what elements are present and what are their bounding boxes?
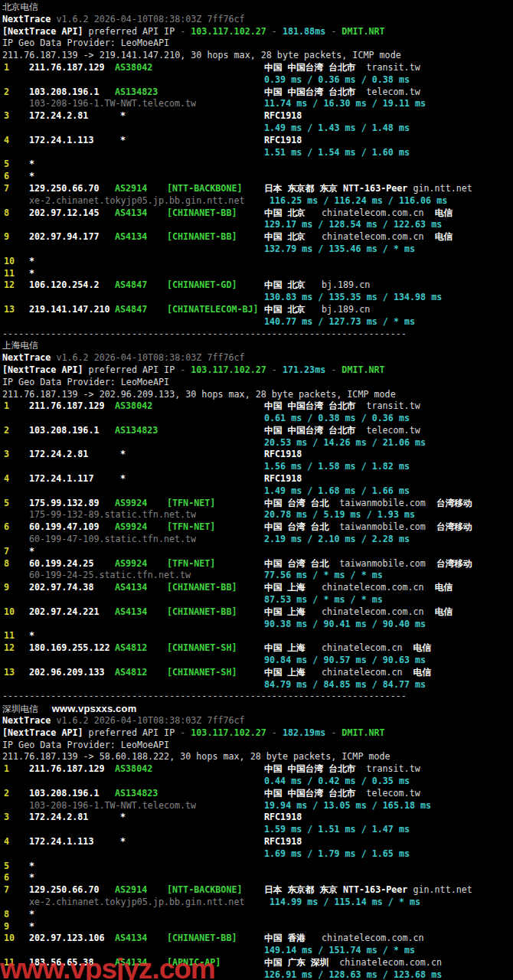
hop-geo-segment: chinatelecom.cn [306, 642, 403, 653]
hop-geo: 日本 东京都 东京 NTT-163-Peer gin.ntt.net [264, 183, 472, 195]
hop-number: 5 [4, 498, 9, 510]
hop-row: 12180.169.255.122AS4812[CHINANET-SH]中国 上… [0, 642, 513, 655]
hop-geo-segment: 中国 北京 [264, 231, 306, 242]
hop-number: 6 [4, 872, 9, 884]
hop-geo-segment: 电信 [424, 207, 453, 218]
hop-row: 9* [0, 921, 513, 933]
hop-number: 4 [4, 473, 9, 485]
hop-geo-segment: chinatelecom.com.cn [306, 231, 424, 242]
hop-number: 1 [4, 763, 9, 776]
hop-geo: 中国 上海 chinatelecom.cn 电信 [264, 642, 431, 655]
hop-row: 8202.97.12.145AS4134[CHINANET-BB]中国 北京 c… [0, 207, 513, 220]
hop-ip: 106.120.254.2 [29, 279, 99, 292]
hop-geo-segment: taiwanmobile.com [328, 558, 426, 569]
hop-latency: 126.91 ms / 128.63 ms / 123.68 ms [264, 969, 442, 980]
hop-asn: AS4812 [115, 667, 147, 679]
hop-ip: 129.250.66.70 [29, 884, 99, 897]
hop-geo-segment: gin.ntt.net [407, 884, 472, 895]
hop-asn-tag: [TFN-NET] [167, 498, 215, 510]
geo-provider-text: IP Geo Data Provider: LeoMoeAPI [2, 38, 169, 48]
hop-detail-row: 0.61 ms / 0.38 ms / 0.36 ms [0, 413, 513, 425]
hop-geo-segment: RFC1918 [264, 110, 302, 121]
hop-geo-segment: 中国 中国台湾 台北市 [264, 763, 355, 774]
hop-latency: 19.94 ms / 13.05 ms / 165.18 ms [264, 800, 431, 812]
app-name: NextTrace [2, 352, 56, 363]
hop-ip: 172.24.2.81 [29, 449, 88, 461]
hop-row: 11* [0, 630, 513, 642]
dash: - [180, 727, 191, 738]
hop-geo-segment: transit.tw [355, 400, 420, 411]
hop-hostname: xe-2.chinanet.tokyjp05.jp.bb.gin.ntt.net [29, 195, 244, 207]
hop-geo: RFC1918 [264, 473, 302, 485]
hop-geo-segment: 中国 上海 [264, 582, 306, 593]
dash: - [325, 727, 341, 738]
hop-asn-tag: [CHINATELECOM-BJ] [167, 304, 259, 316]
hop-geo-segment: 中国 中国台湾 台北市 [264, 87, 355, 97]
hop-ip: 202.96.209.133 [29, 667, 105, 679]
hop-ip: 103.208.196.1 [29, 788, 99, 800]
hop-geo: RFC1918 [264, 812, 302, 824]
hop-detail-row: 140.77 ms / 127.73 ms / * ms [0, 316, 513, 328]
hop-geo-segment: 电信 [402, 642, 430, 653]
hop-number: 7 [4, 546, 9, 558]
hop-hostname: 103-208-196-1.TW-NWT.telecom.tw [29, 800, 196, 812]
hop-ip: 129.250.66.70 [29, 183, 99, 195]
api-line: [NextTrace API] preferred API IP - 103.1… [0, 26, 513, 38]
route-line: 211.76.187.139 -> 219.141.147.210, 30 ho… [0, 50, 513, 62]
hop-geo-segment: 日本 东京都 东京 NTT-163-Peer [264, 183, 407, 194]
hop-latency: 1.69 ms / 1.79 ms / 1.65 ms [264, 848, 410, 861]
app-name: NextTrace [2, 14, 56, 24]
hop-hostname: 60-199-24-25.static.tfn.net.tw [29, 570, 191, 582]
hop-row: 11* [0, 268, 513, 280]
hop-geo: RFC1918 [264, 135, 302, 147]
hop-geo: 中国 上海 chinatelecom.cn 电信 [264, 667, 431, 679]
hop-asn-tag: [TFN-NET] [167, 558, 215, 570]
api-latency: 181.88ms [283, 26, 325, 37]
hop-geo: 中国 广东 深圳 chinatelecom.com.cn [264, 957, 442, 969]
hop-number: 9 [4, 231, 9, 243]
hop-hostname: xe-2.chinanet.tokyjp05.jp.bb.gin.ntt.net [29, 897, 244, 909]
section-title-text: 北京电信 [2, 2, 38, 12]
hop-geo: 中国 中国台湾 台北市 transit.tw [264, 400, 420, 413]
hop-ip: 202.97.123.106 [29, 933, 105, 945]
hop-number: 10 [4, 933, 15, 945]
hop-geo: 中国 上海 chinatelecom.com.cn 电信 [264, 606, 453, 619]
hop-number: 2 [4, 87, 9, 99]
hop-geo-segment: 中国 中国台湾 台北市 [264, 400, 355, 411]
hop-star: * [29, 921, 34, 933]
hop-ip: 219.141.147.210 [29, 304, 110, 316]
hop-asn: AS2914 [115, 884, 147, 897]
hop-row: 860.199.24.25AS9924[TFN-NET]中国 台湾 台北 tai… [0, 558, 513, 570]
section-title: 深圳电信www.vpsxxs.com [0, 703, 513, 715]
hop-hostname: 60-199-47-109.static.tfn.net.tw [29, 534, 196, 546]
hop-detail-row: 103-208-196-1.TW-NWT.telecom.tw19.94 ms … [0, 800, 513, 812]
hop-geo-segment: 中国 上海 [264, 642, 306, 653]
hop-star: * [29, 861, 34, 873]
hop-number: 6 [4, 521, 9, 534]
separator-dashes: ----------------------------------------… [2, 328, 407, 339]
hop-geo-segment: taiwanmobile.com [328, 521, 426, 532]
hop-row: 2103.208.196.1AS134823中国 中国台湾 台北市 teleco… [0, 788, 513, 800]
hop-latency: 1.59 ms / 1.51 ms / 1.47 ms [264, 824, 410, 836]
hop-geo: 中国 中国台湾 台北市 telecom.tw [264, 87, 420, 99]
hop-ip: 172.24.1.113 [29, 135, 93, 147]
hop-star: * [29, 158, 34, 171]
route-text: 211.76.187.139 -> 58.60.188.222, 30 hops… [2, 751, 390, 762]
hop-number: 13 [4, 304, 15, 316]
route-text: 211.76.187.139 -> 202.96.209.133, 30 hop… [2, 389, 396, 400]
separator-line: ----------------------------------------… [0, 328, 513, 341]
hop-geo: 中国 台湾 台北 taiwanmobile.com 台湾移动 [264, 521, 472, 534]
hop-ip: 211.76.187.129 [29, 400, 105, 413]
hop-asn: AS38042 [115, 62, 152, 74]
red-watermark: www.vpsjyz.com [0, 953, 215, 980]
hop-geo-segment: RFC1918 [264, 473, 302, 484]
hop-geo: 中国 台湾 台北 taiwanmobile.com 台湾移动 [264, 498, 472, 510]
hop-ip: 60.199.47.109 [29, 521, 99, 534]
hop-ip: 172.24.1.117 [29, 473, 93, 485]
hop-row: 3172.24.2.81 *RFC1918 [0, 110, 513, 122]
hop-asn: AS4134 [115, 933, 147, 945]
hop-geo-segment: bj.189.cn [306, 304, 370, 315]
hop-latency: 0.39 ms / 0.36 ms / 0.38 ms [264, 74, 410, 87]
hop-number: 11 [4, 268, 15, 280]
hop-geo-segment: 台湾移动 [426, 521, 472, 532]
